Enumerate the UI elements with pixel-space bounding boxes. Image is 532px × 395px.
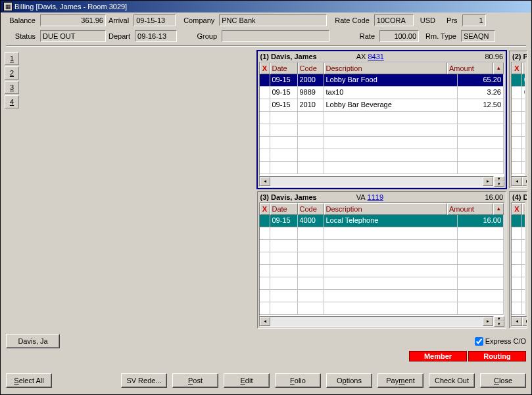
edit-button[interactable]: Edit (224, 373, 270, 388)
col-date[interactable]: Date (522, 203, 525, 215)
folio-panel-3[interactable]: (3) Davis, JamesVA111916.00XDateCodeDesc… (257, 191, 507, 329)
table-row[interactable] (260, 265, 504, 277)
sv-redeem-button[interactable]: SV Rede... (121, 373, 167, 388)
table-row[interactable]: 09-152000Lobby Bar Food65.20 (260, 74, 504, 87)
scroll-left-icon[interactable]: ◂ (512, 317, 522, 326)
scroll-corner[interactable]: ▾▾ (494, 316, 504, 327)
payment-button[interactable]: Payment (377, 373, 423, 388)
table-row[interactable] (260, 302, 504, 315)
cell-date (522, 124, 525, 137)
folio-tab-2[interactable]: 2 (5, 66, 19, 80)
table-row[interactable] (512, 302, 525, 315)
express-checkout-checkbox[interactable]: Express C/O (475, 337, 526, 346)
hscrollbar[interactable]: ◂▸ (259, 316, 495, 327)
table-row[interactable]: 09-152010Lobby Bar Beverage12.50 (260, 99, 504, 112)
ratecode-label: Rate Code (335, 16, 372, 24)
select-all-button[interactable]: Select All (6, 373, 52, 388)
scroll-end-icon[interactable]: ▾ (494, 321, 504, 327)
col-x[interactable]: X (512, 62, 522, 74)
scroll-up-icon[interactable]: ▴ (493, 203, 504, 215)
hscrollbar[interactable]: ◂▸ (511, 316, 527, 327)
card-number-link[interactable]: 1119 (368, 193, 383, 201)
table-row[interactable] (512, 215, 525, 227)
folio-panel-2[interactable]: (2) PNC BankDB115.00XDateCodeDescription… (509, 51, 527, 189)
scroll-down-icon[interactable]: ▾ (494, 316, 504, 321)
post-button[interactable]: Post (172, 373, 218, 388)
col-x[interactable]: X (260, 203, 270, 215)
col-amount[interactable]: Amount (447, 62, 493, 74)
folio-tab-4[interactable]: 4 (5, 95, 19, 108)
table-row[interactable] (260, 112, 504, 124)
close-button[interactable]: Close (480, 373, 526, 388)
table-row[interactable] (512, 227, 525, 240)
scroll-down-icon[interactable]: ▾ (494, 176, 504, 181)
folio-button[interactable]: Folio (275, 373, 321, 388)
cell-desc (324, 277, 458, 290)
table-row[interactable] (260, 277, 504, 290)
table-row[interactable] (260, 290, 504, 302)
table-row[interactable] (512, 124, 525, 137)
scroll-left-icon[interactable]: ◂ (512, 177, 522, 186)
scroll-right-icon[interactable]: ▸ (522, 317, 527, 326)
scroll-end-icon[interactable]: ▾ (494, 181, 504, 187)
scroll-corner[interactable]: ▾▾ (494, 176, 504, 187)
table-row[interactable] (260, 162, 504, 174)
options-button[interactable]: Options (326, 373, 372, 388)
col-desc[interactable]: Description (324, 203, 448, 215)
table-row[interactable] (260, 137, 504, 149)
table-row[interactable]: 09-159300Package100.00 (512, 74, 525, 87)
table-row[interactable] (260, 149, 504, 162)
col-desc[interactable]: Description (324, 62, 448, 74)
guest-name-button[interactable]: Davis, Ja (6, 334, 60, 348)
checkout-button[interactable]: Check Out (429, 373, 475, 388)
scroll-left-icon[interactable]: ◂ (260, 177, 270, 186)
col-amount[interactable]: Amount (447, 203, 493, 215)
cell-desc (324, 137, 458, 149)
cell-amount: 12.50 (458, 99, 504, 112)
card-number-link[interactable]: 8431 (368, 53, 383, 60)
scroll-left-icon[interactable]: ◂ (260, 317, 270, 326)
col-code[interactable]: Code (298, 203, 324, 215)
folio-panel-1[interactable]: (1) Davis, JamesAX843180.96XDateCodeDesc… (257, 51, 507, 189)
cell-code (298, 162, 324, 174)
table-row[interactable] (260, 124, 504, 137)
table-row[interactable] (512, 277, 525, 290)
table-row[interactable]: 09-154000Local Telephone16.00 (260, 215, 504, 227)
table-row[interactable] (512, 240, 525, 252)
table-row[interactable] (512, 137, 525, 149)
divider (6, 45, 526, 47)
folio-tab-3[interactable]: 3 (5, 81, 19, 94)
col-x[interactable]: X (512, 203, 522, 215)
hscrollbar[interactable]: ◂▸ (259, 176, 495, 187)
col-date[interactable]: Date (522, 62, 525, 74)
folio-tab-1[interactable]: 1 (5, 52, 19, 65)
table-row[interactable] (512, 99, 525, 112)
col-x[interactable]: X (260, 62, 270, 74)
table-row[interactable]: 09-159889tax103.26 (260, 87, 504, 99)
col-date[interactable]: Date (270, 203, 298, 215)
table-row[interactable] (512, 149, 525, 162)
table-row[interactable] (512, 290, 525, 302)
table-row[interactable] (512, 252, 525, 265)
col-code[interactable]: Code (298, 62, 324, 74)
table-row[interactable] (260, 227, 504, 240)
scroll-right-icon[interactable]: ▸ (483, 177, 493, 186)
hscrollbar[interactable]: ◂▸ (511, 176, 527, 187)
folio-panel-4[interactable]: (4) Davis, James0.00XDateCodeDescription… (509, 191, 527, 329)
cell-x (512, 302, 522, 315)
table-row[interactable] (512, 162, 525, 174)
scroll-right-icon[interactable]: ▸ (483, 317, 493, 326)
cell-amount (458, 149, 504, 162)
express-checkbox-input[interactable] (475, 337, 483, 346)
table-row[interactable]: 09-155000Greens Fees15.00 (512, 87, 525, 99)
routing-flag: Routing (468, 351, 526, 361)
table-row[interactable] (260, 252, 504, 265)
cell-x (260, 74, 270, 87)
scroll-up-icon[interactable]: ▴ (493, 62, 504, 74)
col-date[interactable]: Date (270, 62, 298, 74)
table-row[interactable] (512, 265, 525, 277)
table-row[interactable] (512, 112, 525, 124)
cell-code (298, 240, 324, 252)
table-row[interactable] (260, 240, 504, 252)
scroll-right-icon[interactable]: ▸ (522, 177, 527, 186)
